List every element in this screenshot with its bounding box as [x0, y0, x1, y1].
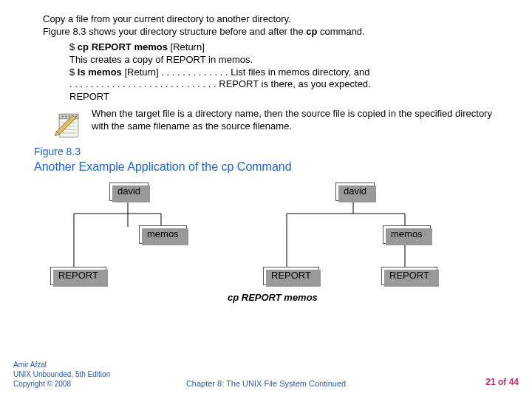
- cmd-line-1: $ cp REPORT memos [Return]: [69, 41, 511, 54]
- footer-copyright: Copyright © 2008: [13, 379, 110, 389]
- cmd-line-4: . . . . . . . . . . . . . . . . . . . . …: [69, 78, 511, 91]
- node-memos: memos: [139, 225, 187, 244]
- note-row: When the target file is a directory name…: [52, 108, 511, 142]
- notepad-icon: [52, 108, 86, 142]
- tree-after: david memos REPORT REPORT cp REPORT memo…: [250, 181, 471, 307]
- footer-book: UNIX Unbounded, 5th Edition: [13, 369, 110, 379]
- tree-before: david memos REPORT: [43, 181, 213, 307]
- command-block: $ cp REPORT memos [Return] This creates …: [69, 41, 511, 103]
- footer-author: Amir Afzal: [13, 360, 110, 369]
- node-report-right: REPORT: [381, 267, 437, 285]
- diagram: david memos REPORT david memos REPORT RE…: [43, 181, 511, 307]
- svg-point-4: [69, 116, 70, 117]
- footer-page: 21 of 44: [485, 377, 519, 389]
- svg-point-3: [65, 116, 66, 117]
- svg-point-6: [75, 116, 77, 117]
- figure-8-3: Figure 8.3 Another Example Application o…: [28, 145, 511, 307]
- intro-line2: Figure 8.3 shows your directory structur…: [43, 26, 511, 38]
- footer-left: Amir Afzal UNIX Unbounded, 5th Edition C…: [13, 360, 110, 389]
- node-memos-after: memos: [383, 225, 431, 244]
- footer: Amir Afzal UNIX Unbounded, 5th Edition C…: [13, 360, 519, 389]
- figure-title: Another Example Application of the cp Co…: [34, 160, 511, 175]
- note-text: When the target file is a directory name…: [92, 108, 511, 133]
- svg-point-2: [62, 116, 64, 117]
- intro-text: Copy a file from your current directory …: [43, 13, 511, 38]
- node-report-left: REPORT: [263, 267, 319, 285]
- cmd-line-3: $ ls memos [Return] . . . . . . . . . . …: [69, 66, 511, 79]
- node-david: david: [109, 183, 149, 201]
- figure-label: Figure 8.3: [34, 145, 511, 158]
- cmd-line-5: REPORT: [69, 91, 511, 103]
- node-david-after: david: [335, 183, 375, 201]
- intro-line1: Copy a file from your current directory …: [43, 13, 511, 26]
- cmd-line-2: This creates a copy of REPORT in memos.: [69, 54, 511, 66]
- node-report: REPORT: [50, 267, 106, 285]
- footer-chapter: Chapter 8: The UNIX File System Continue…: [186, 378, 346, 389]
